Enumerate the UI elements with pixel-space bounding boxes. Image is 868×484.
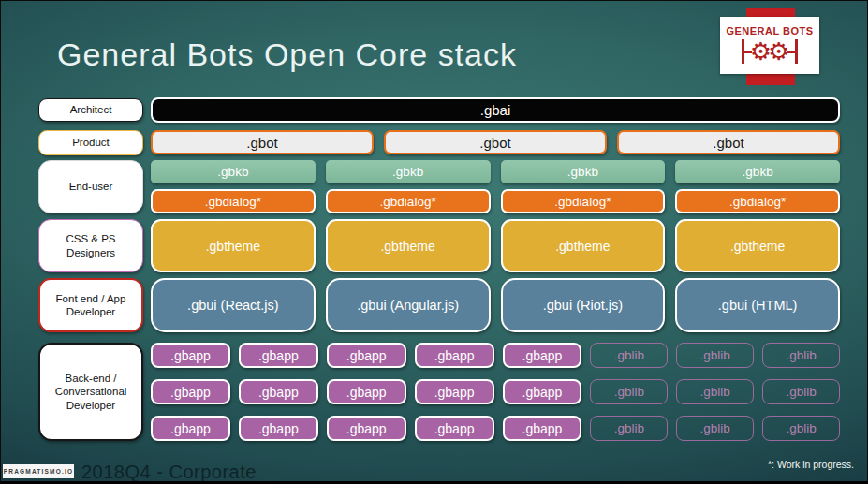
gblib-box: .gblib [762,343,840,368]
gbot-box: .gbot [617,130,840,154]
role-label-product: Product [38,130,143,155]
gbapp-box: .gbapp [503,343,582,368]
gbdialog-box: .gbdialog* [501,189,666,213]
footer-date-text: 2018Q4 - Corporate [81,462,257,483]
gblib-box: .gblib [676,343,754,368]
gbai-box: .gbai [151,97,840,123]
role-label-end-user: End-user [38,160,143,213]
gbapp-box: .gbapp [327,343,406,368]
gbui-box: .gbui (Angular.js) [326,278,491,332]
page-title: General Bots Open Core stack [57,37,517,73]
gbapp-box: .gbapp [151,416,230,441]
gbapp-gblib-row-3: .gbapp.gbapp.gbapp.gbapp.gbapp.gblib.gbl… [151,416,840,441]
gblib-box: .gblib [676,379,754,404]
role-label-front-end-app-developer: Font end / App Developer [38,278,143,332]
gears-icon: ⚙⚙ [742,37,799,66]
gbkb-row: .gbkb.gbkb.gbkb.gbkb [151,160,840,183]
gbtheme-box: .gbtheme [501,219,666,272]
slide: General Bots Open Core stack GENERAL BOT… [0,0,868,484]
gbapp-box: .gbapp [151,343,230,368]
gbapp-box: .gbapp [239,379,318,404]
gbapp-box: .gbapp [151,379,230,404]
gbapp-gblib-row-1: .gbapp.gbapp.gbapp.gbapp.gbapp.gblib.gbl… [151,343,840,368]
gbtheme-box: .gbtheme [326,219,491,272]
gear-frame-right-line [787,51,795,53]
gbapp-box: .gbapp [415,379,494,404]
gbkb-box: .gbkb [326,160,491,183]
gbui-box: .gbui (Riot.js) [501,278,666,332]
gblib-box: .gblib [590,343,668,368]
role-label-architect: Architect [38,98,143,122]
gbot-row: .gbot.gbot.gbot [151,130,840,154]
gbkb-box: .gbkb [501,160,666,183]
gbot-box: .gbot [151,130,374,154]
role-label-css-ps-designers: CSS & PS Designers [38,219,143,272]
gbapp-box: .gbapp [327,416,406,441]
general-bots-logo: GENERAL BOTS ⚙⚙ [720,17,819,74]
gblib-box: .gblib [762,416,840,441]
gbdialog-row: .gbdialog*.gbdialog*.gbdialog*.gbdialog* [151,189,840,213]
gblib-box: .gblib [676,416,754,441]
gbapp-box: .gbapp [415,343,494,368]
gbapp-box: .gbapp [503,416,582,441]
gear-icon: ⚙ [768,39,789,64]
gbot-box: .gbot [384,130,607,154]
work-in-progress-note: *: Work in progress. [768,459,854,470]
gbai-row: .gbai [151,97,840,123]
role-label-back-end-conversational-developer: Back-end / Conversational Developer [38,343,143,441]
gbapp-box: .gbapp [327,379,406,404]
gbapp-box: .gbapp [415,416,494,441]
gbkb-box: .gbkb [151,160,316,183]
gbdialog-box: .gbdialog* [675,189,840,213]
gbui-box: .gbui (React.js) [151,278,316,332]
gbtheme-row: .gbtheme.gbtheme.gbtheme.gbtheme [151,219,840,272]
gbtheme-box: .gbtheme [675,219,840,272]
logo-text: GENERAL BOTS [726,25,813,37]
gbui-box: .gbui (HTML) [675,278,840,332]
gbdialog-box: .gbdialog* [326,189,491,213]
gblib-box: .gblib [762,379,840,404]
gblib-box: .gblib [590,379,668,404]
gbapp-gblib-row-2: .gbapp.gbapp.gbapp.gbapp.gbapp.gblib.gbl… [151,379,840,404]
pragmatismo-badge: PRAGMATISMO.IO [3,464,74,478]
gbapp-box: .gbapp [239,416,318,441]
gbapp-box: .gbapp [239,343,318,368]
gear-frame-right-bar [795,39,798,64]
gbapp-box: .gbapp [503,379,582,404]
gbui-row: .gbui (React.js).gbui (Angular.js).gbui … [151,278,840,332]
gbdialog-box: .gbdialog* [151,189,316,213]
gbkb-box: .gbkb [675,160,840,183]
gbtheme-box: .gbtheme [151,219,316,272]
gblib-box: .gblib [590,416,668,441]
